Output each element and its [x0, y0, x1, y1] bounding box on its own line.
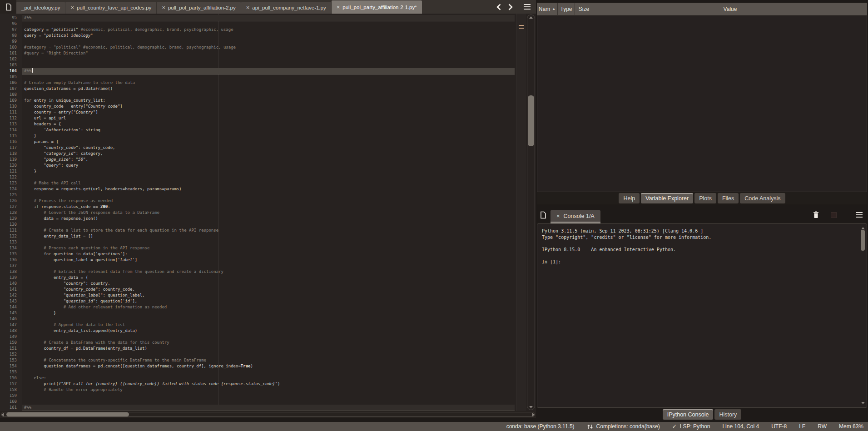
close-tab-icon[interactable]: ×	[70, 5, 74, 10]
code-line[interactable]: # Create a list to store the data for ea…	[22, 228, 515, 233]
code-line[interactable]: # Convert the JSON response data to a Da…	[22, 210, 515, 216]
line-number[interactable]: 115	[0, 133, 22, 139]
column-header-size[interactable]: Size	[575, 3, 593, 15]
line-number[interactable]: 119	[0, 157, 22, 163]
scroll-left-arrow-icon[interactable]	[1, 413, 4, 416]
line-number[interactable]: 123	[0, 180, 22, 186]
code-line[interactable]: # Process each question in the API respo…	[22, 245, 515, 251]
line-number[interactable]: 156	[0, 375, 22, 381]
line-number[interactable]: 124	[0, 186, 22, 192]
eol-status[interactable]: LF	[799, 423, 805, 430]
code-editor[interactable]: 9596979899100101102103104105106107108109…	[0, 14, 536, 411]
close-tab-icon[interactable]: ×	[337, 5, 340, 10]
code-line[interactable]: url = api_url	[22, 115, 515, 121]
console-options-menu-icon[interactable]	[856, 212, 863, 218]
trash-icon[interactable]	[813, 211, 819, 218]
code-line[interactable]: "country_code": country_code,	[22, 287, 515, 292]
column-header-name[interactable]: Nam ▲	[537, 3, 558, 15]
line-number[interactable]: 130	[0, 222, 22, 228]
previous-tab-button[interactable]	[493, 0, 505, 14]
line-number[interactable]: 127	[0, 204, 22, 210]
line-number[interactable]: 129	[0, 216, 22, 222]
code-line[interactable]: country_code = entry["Country code"]	[22, 104, 515, 109]
editor-tab[interactable]: ×pull_pol_party_affiliation-2-1.py*	[332, 0, 422, 14]
line-number[interactable]: 98	[0, 33, 22, 39]
line-number[interactable]: 146	[0, 316, 22, 322]
code-line[interactable]	[22, 222, 515, 228]
code-line[interactable]: }	[22, 168, 515, 174]
interrupt-kernel-icon[interactable]	[831, 212, 837, 218]
code-line[interactable]: #%%	[22, 15, 515, 21]
code-line[interactable]: 'Authorization': string	[22, 127, 515, 133]
code-line[interactable]: # Handle the error appropriately	[22, 387, 515, 393]
line-number[interactable]: 118	[0, 151, 22, 157]
code-line[interactable]: # Make the API call	[22, 180, 515, 186]
code-line[interactable]	[22, 352, 515, 357]
line-number[interactable]: 131	[0, 228, 22, 233]
panel-tab-code-analysis[interactable]: Code Analysis	[740, 193, 785, 203]
line-number[interactable]: 134	[0, 245, 22, 251]
column-header-value[interactable]: Value	[593, 3, 867, 15]
code-line[interactable]: if response.status_code == 200:	[22, 204, 515, 210]
code-line[interactable]: country_df = pd.DataFrame(entry_data_lis…	[22, 346, 515, 352]
scrollbar-thumb[interactable]	[528, 95, 534, 146]
code-line[interactable]: }	[22, 133, 515, 139]
line-number[interactable]: 95	[0, 15, 22, 21]
line-number[interactable]: 103	[0, 62, 22, 68]
line-number[interactable]: 106	[0, 80, 22, 86]
browse-tabs-button[interactable]	[0, 0, 16, 14]
console-output[interactable]: Python 3.11.5 (main, Sep 11 2023, 08:31:…	[537, 223, 867, 408]
line-number[interactable]: 155	[0, 369, 22, 375]
code-line[interactable]	[22, 369, 515, 375]
code-line[interactable]: # Create a DataFrame with the data for t…	[22, 340, 515, 346]
code-line[interactable]: "country": country,	[22, 281, 515, 287]
line-number[interactable]: 135	[0, 251, 22, 257]
line-number[interactable]: 137	[0, 263, 22, 269]
panel-tab-help[interactable]: Help	[619, 193, 640, 203]
console-scrollbar[interactable]	[859, 224, 866, 407]
line-number[interactable]: 161	[0, 405, 22, 411]
line-number[interactable]: 126	[0, 198, 22, 204]
line-number[interactable]: 140	[0, 281, 22, 287]
code-line[interactable]: question_label = question['label']	[22, 257, 515, 263]
scroll-right-arrow-icon[interactable]	[532, 413, 535, 416]
line-number[interactable]: 112	[0, 115, 22, 121]
code-line[interactable]: "query": query	[22, 163, 515, 168]
editor-vertical-scrollbar[interactable]	[526, 14, 536, 411]
line-number[interactable]: 114	[0, 127, 22, 133]
code-line[interactable]	[22, 21, 515, 27]
code-line[interactable]: # Create an empty DataFrame to store the…	[22, 80, 515, 86]
code-line[interactable]: question_dataframes = pd.concat([questio…	[22, 363, 515, 369]
code-line[interactable]	[22, 263, 515, 269]
code-line[interactable]: response = requests.get(url, headers=hea…	[22, 186, 515, 192]
lsp-status[interactable]: ✓ LSP: Python	[672, 423, 710, 430]
panel-tab-variable-explorer[interactable]: Variable Explorer	[641, 193, 693, 203]
line-number[interactable]: 116	[0, 139, 22, 145]
code-line[interactable]	[22, 62, 515, 68]
line-number[interactable]: 104	[0, 68, 22, 74]
code-line[interactable]: entry_data_list = []	[22, 233, 515, 239]
code-line[interactable]	[22, 74, 515, 80]
line-number[interactable]: 110	[0, 104, 22, 109]
line-number[interactable]: 111	[0, 109, 22, 115]
code-line[interactable]: # Add other relevant information as need…	[22, 304, 515, 310]
column-header-type[interactable]: Type	[558, 3, 575, 15]
line-number[interactable]: 105	[0, 74, 22, 80]
code-line[interactable]: query = "political ideology"	[22, 33, 515, 39]
code-line[interactable]	[22, 92, 515, 98]
editor-tab[interactable]: ×pull_country_fave_api_codes.py	[65, 2, 156, 14]
line-number[interactable]: 109	[0, 98, 22, 104]
code-line[interactable]	[22, 239, 515, 245]
code-line[interactable]	[22, 393, 515, 399]
code-line[interactable]: question_dataframes = pd.DataFrame()	[22, 86, 515, 92]
line-number[interactable]: 151	[0, 346, 22, 352]
code-line[interactable]: for question in data['questions']:	[22, 251, 515, 257]
code-line[interactable]	[22, 56, 515, 62]
code-line[interactable]: else:	[22, 375, 515, 381]
cursor-position-status[interactable]: Line 104, Col 4	[722, 423, 759, 430]
line-number[interactable]: 136	[0, 257, 22, 263]
line-number[interactable]: 160	[0, 399, 22, 405]
code-line[interactable]: params = {	[22, 139, 515, 145]
variable-table-body[interactable]	[537, 15, 867, 192]
code-line[interactable]	[22, 316, 515, 322]
